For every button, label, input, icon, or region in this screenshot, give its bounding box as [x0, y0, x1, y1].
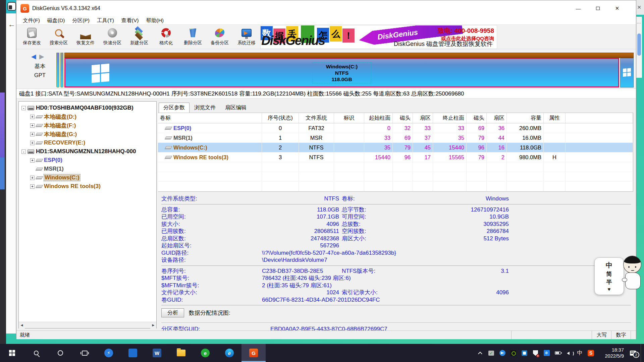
- taskbar-app-word[interactable]: W: [145, 344, 169, 362]
- tree-item-recovery-e[interactable]: +RECOVERY(E:): [19, 138, 156, 147]
- table-row-windows-re-tools[interactable]: Windows RE tools(3) 3NTFS 154409617 1556…: [158, 153, 633, 162]
- tray-security[interactable]: ✕: [530, 344, 541, 362]
- expand-icon[interactable]: +: [30, 132, 35, 136]
- overflow-menu-icon[interactable]: …: [637, 19, 642, 24]
- windows-partition-bar[interactable]: Windows(C:) NTFS 118.0GB: [64, 58, 619, 87]
- taskbar-app-store[interactable]: [121, 344, 145, 362]
- table-row-windows-c-selected[interactable]: Windows(C:) 2NTFS 357945 154409616 118.0…: [158, 143, 633, 153]
- analyze-button[interactable]: 分析: [161, 308, 184, 317]
- collapse-icon[interactable]: -: [21, 106, 26, 110]
- tray-volume[interactable]: [563, 344, 574, 362]
- taskbar-app-diskgenius-active[interactable]: G: [241, 344, 266, 362]
- start-button[interactable]: [0, 344, 24, 362]
- tray-snowflake-app[interactable]: ❄: [541, 344, 552, 362]
- tab-browse-files[interactable]: 浏览文件: [190, 103, 220, 113]
- tab-sector-edit[interactable]: 扇区编辑: [220, 103, 251, 113]
- scroll-left-icon[interactable]: ◀: [19, 322, 25, 328]
- expand-icon[interactable]: +: [30, 184, 35, 189]
- col-header[interactable]: 起始柱面: [364, 113, 393, 123]
- col-header[interactable]: 属性: [544, 113, 566, 123]
- menu-help[interactable]: 帮助(H): [142, 17, 167, 24]
- tree-item-hd0[interactable]: -HD0:TOSHIBAMQ04ABF100(932GB): [19, 104, 156, 112]
- menu-file[interactable]: 文件(F): [19, 17, 44, 24]
- tab-partition-params[interactable]: 分区参数: [159, 103, 190, 113]
- expand-icon[interactable]: +: [30, 123, 35, 128]
- tray-expand-button[interactable]: [475, 344, 486, 362]
- ime-mode-halfwidth[interactable]: 半: [606, 278, 612, 286]
- expand-icon[interactable]: +: [30, 158, 35, 163]
- tree-item-local-disk-g[interactable]: +本地磁盘(G:): [19, 130, 156, 138]
- notification-center-button[interactable]: 2: [625, 344, 641, 362]
- taskbar-app-browser[interactable]: e: [193, 344, 217, 362]
- cortana-button[interactable]: [48, 344, 72, 362]
- show-desktop-button[interactable]: [641, 344, 644, 362]
- col-header[interactable]: 容量: [507, 113, 544, 123]
- menu-view[interactable]: 查看(V): [118, 17, 143, 24]
- quick-partition-button[interactable]: 快速分区: [99, 25, 126, 49]
- msr-partition-bar[interactable]: [60, 53, 63, 87]
- taskbar-search-button[interactable]: [24, 344, 48, 362]
- recover-files-button[interactable]: 恢复文件: [72, 25, 99, 49]
- tray-sogou[interactable]: S: [585, 344, 596, 362]
- col-header[interactable]: 扇区: [487, 113, 507, 123]
- menu-disk[interactable]: 磁盘(D): [44, 17, 69, 24]
- background-app-icon[interactable]: [7, 2, 16, 11]
- system-migration-button[interactable]: 系统迁移: [233, 25, 260, 49]
- col-header[interactable]: 磁头: [393, 113, 413, 123]
- col-header[interactable]: 文件系统: [299, 113, 334, 123]
- ime-floating-widget[interactable]: 中 简 半 ♥: [594, 257, 624, 295]
- tray-antivirus[interactable]: ✓: [486, 344, 497, 362]
- collapse-icon[interactable]: -: [21, 149, 26, 154]
- taskbar-app-lightning[interactable]: ⚡: [97, 344, 121, 362]
- ad-banner[interactable]: 数 据 丢 怎 么 ！ DiskGenius DiskGenius 致电: 40…: [260, 25, 497, 49]
- taskbar-app-edge[interactable]: e: [217, 344, 241, 362]
- esp-partition-bar[interactable]: [56, 53, 59, 87]
- search-partition-button[interactable]: 搜索分区: [45, 25, 72, 49]
- col-header[interactable]: 终止柱面: [433, 113, 467, 123]
- col-header[interactable]: 标识: [334, 113, 364, 123]
- tray-nvidia[interactable]: [508, 344, 519, 362]
- table-row-msr[interactable]: MSR(1) 1MSR 336937 357944 16.0MB: [158, 133, 633, 143]
- maximize-button[interactable]: [588, 0, 607, 16]
- col-header[interactable]: 序号(状态): [262, 113, 299, 123]
- back-arrow-icon[interactable]: ←: [8, 20, 15, 29]
- menu-partition[interactable]: 分区(P): [68, 17, 93, 24]
- tree-item-msr[interactable]: MSR(1): [19, 165, 156, 173]
- ime-mode-chinese[interactable]: 中: [606, 261, 612, 270]
- tray-battery[interactable]: [552, 344, 563, 362]
- scroll-right-icon[interactable]: ▶: [150, 322, 156, 328]
- expand-icon[interactable]: +: [30, 176, 35, 180]
- heart-icon[interactable]: ♥: [608, 286, 611, 292]
- expand-icon[interactable]: +: [30, 115, 35, 119]
- task-view-button[interactable]: [72, 344, 97, 362]
- background-scrollbar-thumb[interactable]: [637, 34, 641, 56]
- minimize-button[interactable]: —: [569, 0, 588, 16]
- tree-horizontal-scrollbar[interactable]: ◀ ▶: [19, 322, 156, 328]
- recovery-partition-bar[interactable]: [620, 58, 634, 87]
- graph-prev-disk-icon[interactable]: ◀: [31, 53, 36, 60]
- col-header[interactable]: 磁头: [467, 113, 487, 123]
- backup-partition-button[interactable]: 备份分区: [206, 25, 233, 49]
- menu-tools[interactable]: 工具(T): [93, 17, 118, 24]
- format-button[interactable]: 格式化: [153, 25, 179, 49]
- tree-item-esp[interactable]: +ESP(0): [19, 156, 156, 165]
- graph-next-disk-icon[interactable]: ▶: [39, 53, 44, 60]
- tree-item-windows-c[interactable]: +Windows(C:): [19, 173, 156, 182]
- tree-item-local-disk-d[interactable]: +本地磁盘(D:): [19, 112, 156, 121]
- close-button[interactable]: ✕: [607, 0, 627, 16]
- delete-partition-button[interactable]: 删除分区: [179, 25, 206, 49]
- tree-item-local-disk-f[interactable]: +本地磁盘(F:): [19, 121, 156, 130]
- ime-mode-simplified[interactable]: 简: [606, 270, 612, 278]
- tray-graphics[interactable]: [519, 344, 530, 362]
- taskbar-clock[interactable]: 18:37 2022/5/9: [596, 347, 625, 359]
- new-partition-button[interactable]: 新建分区: [126, 25, 153, 49]
- table-row-esp[interactable]: ESP(0) 0FAT32 03233 336936 260.0MB: [158, 123, 633, 133]
- save-changes-button[interactable]: 保存更改: [18, 25, 45, 49]
- tray-messenger[interactable]: [497, 344, 508, 362]
- tree-item-windows-re-tools[interactable]: +Windows RE tools(3): [19, 182, 156, 191]
- tree-item-hd1[interactable]: -HD1:SAMSUNGMZNLN128HAHQ-000: [19, 147, 156, 156]
- expand-icon[interactable]: +: [30, 141, 35, 145]
- tray-ime-indicator[interactable]: 中: [574, 344, 585, 362]
- col-header[interactable]: 扇区: [413, 113, 433, 123]
- col-header[interactable]: 卷标: [158, 113, 262, 123]
